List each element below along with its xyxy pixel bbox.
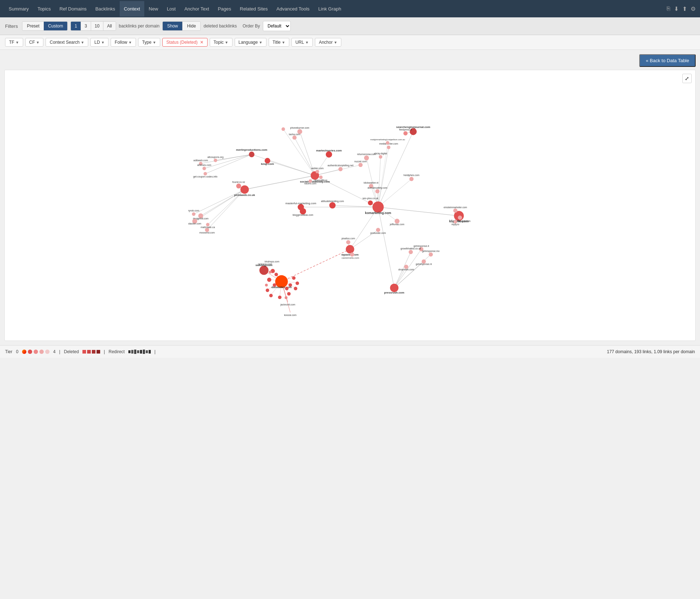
nav-anchor-text[interactable]: Anchor Text xyxy=(180,1,213,17)
svg-text:pickaweb.co.uk: pickaweb.co.uk xyxy=(234,193,255,197)
node-sat-2[interactable] xyxy=(274,273,278,277)
filter-chip-status-deleted-label: Status (Deleted) xyxy=(166,40,198,45)
node-sat-13[interactable] xyxy=(294,287,298,290)
filter-chip-title[interactable]: Title ▼ xyxy=(269,38,289,47)
num-btn-10[interactable]: 10 xyxy=(91,22,103,30)
node-einstein[interactable] xyxy=(453,209,458,213)
node-swkong[interactable] xyxy=(259,266,268,275)
node-lasha[interactable] xyxy=(293,136,297,140)
filter-chip-url[interactable]: URL ▼ xyxy=(291,38,313,47)
node-sat-11[interactable] xyxy=(292,276,296,280)
node-sat-3[interactable] xyxy=(273,283,276,287)
icon-settings[interactable]: ⚙ xyxy=(691,5,696,12)
show-button[interactable]: Show xyxy=(163,22,183,30)
filter-chip-topic[interactable]: Topic ▼ xyxy=(210,38,232,47)
filter-chip-type[interactable]: Type ▼ xyxy=(138,38,160,47)
node-wpastra[interactable] xyxy=(346,245,354,253)
filter-chip-language[interactable]: Language ▼ xyxy=(235,38,266,47)
node-domainsafety[interactable] xyxy=(375,189,380,193)
custom-button[interactable]: Custom xyxy=(44,22,67,30)
num-btn-1[interactable]: 1 xyxy=(71,22,81,30)
filter-chip-context-search[interactable]: Context Search ▼ xyxy=(46,38,88,47)
node-found[interactable] xyxy=(236,184,241,189)
node-sat-7[interactable] xyxy=(287,292,291,296)
node-merlinproductions[interactable] xyxy=(249,151,255,157)
num-btn-all[interactable]: All xyxy=(103,22,115,30)
order-by-select[interactable]: Default xyxy=(263,21,291,31)
node-sat-9[interactable] xyxy=(269,294,273,298)
preset-custom-toggle: Preset Custom xyxy=(22,21,68,31)
filter-chip-follow-arrow: ▼ xyxy=(128,40,132,44)
nav-pages[interactable]: Pages xyxy=(213,1,235,17)
node-allcoupons[interactable] xyxy=(214,159,217,162)
node-sat-10[interactable] xyxy=(266,288,269,292)
nav-related-sites[interactable]: Related Sites xyxy=(235,1,272,17)
node-ryrob[interactable] xyxy=(192,212,196,216)
node-attitude[interactable] xyxy=(329,202,336,208)
node-anamatei[interactable] xyxy=(319,175,323,179)
svg-text:returnonnow.com: returnonnow.com xyxy=(357,153,376,155)
svg-text:reply.io: reply.io xyxy=(452,223,460,226)
num-btn-3[interactable]: 3 xyxy=(81,22,91,30)
node-sat-5[interactable] xyxy=(285,287,289,290)
icon-export[interactable]: ⬆ xyxy=(682,5,687,12)
node-sat-12[interactable] xyxy=(295,282,299,285)
nav-lost[interactable]: Lost xyxy=(162,1,180,17)
deleted-backlinks-label: deleted backlinks xyxy=(204,23,237,29)
filter-chip-ld[interactable]: LD ▼ xyxy=(90,38,108,47)
filter-chip-status-deleted[interactable]: Status (Deleted) ✕ xyxy=(162,38,208,47)
node-seo-plus[interactable] xyxy=(368,200,373,205)
node-getresponse-mx[interactable] xyxy=(429,252,433,257)
filter-chip-tf[interactable]: TF ▼ xyxy=(5,38,23,47)
nav-advanced-tools[interactable]: Advanced Tools xyxy=(272,1,314,17)
node-returnonnow[interactable] xyxy=(364,155,369,161)
node-pickaweb[interactable] xyxy=(240,185,249,194)
pipe-1: | xyxy=(59,349,60,354)
filter-chip-url-arrow: ▼ xyxy=(305,40,309,44)
filter-chip-anchor[interactable]: Anchor ▼ xyxy=(315,38,341,47)
node-athimes[interactable] xyxy=(202,167,206,170)
node-authentic[interactable] xyxy=(338,167,343,171)
filter-chip-status-deleted-close[interactable]: ✕ xyxy=(200,40,204,45)
node-webter[interactable] xyxy=(316,170,319,174)
nav-link-graph[interactable]: Link Graph xyxy=(314,1,346,17)
node-sat-15[interactable] xyxy=(269,271,272,274)
nav-context[interactable]: Context xyxy=(120,1,145,17)
nav-topics[interactable]: Topics xyxy=(33,1,55,17)
icon-copy[interactable]: ⎘ xyxy=(667,5,670,12)
node-chartmogul[interactable] xyxy=(458,215,462,220)
node-sat-8[interactable] xyxy=(278,296,282,299)
nav-backlinks[interactable]: Backlinks xyxy=(91,1,120,17)
nav-ref-domains[interactable]: Ref Domains xyxy=(55,1,91,17)
footer-legend: Tier 0 4 | Deleted | Redirect | 177 doma… xyxy=(0,345,700,358)
node-top-1[interactable] xyxy=(282,127,285,131)
node-sat-6[interactable] xyxy=(289,283,292,287)
node-mediahunter[interactable] xyxy=(387,146,390,149)
svg-text:dropmark.com: dropmark.com xyxy=(398,268,414,271)
node-careernetis[interactable] xyxy=(350,252,354,257)
icon-download[interactable]: ⬇ xyxy=(674,5,679,12)
svg-text:allcoupons.org: allcoupons.org xyxy=(208,156,223,159)
node-nuzzel[interactable] xyxy=(358,163,363,167)
svg-text:getresponse.mx: getresponse.mx xyxy=(422,250,440,253)
number-filter-group: 1 3 10 All xyxy=(71,21,116,31)
preset-button[interactable]: Preset xyxy=(22,22,44,30)
back-to-data-table-button[interactable]: « Back to Data Table xyxy=(639,54,696,67)
node-sat-16[interactable] xyxy=(285,296,287,299)
filter-chip-tf-label: TF xyxy=(9,40,14,45)
filter-chip-follow[interactable]: Follow ▼ xyxy=(111,38,136,47)
node-heidiphes[interactable] xyxy=(409,177,414,181)
node-sat-14[interactable] xyxy=(265,284,268,287)
node-modgin[interactable] xyxy=(386,141,389,145)
nav-new[interactable]: New xyxy=(144,1,162,17)
node-pixallus[interactable] xyxy=(346,240,350,244)
hide-button[interactable]: Hide xyxy=(183,22,200,30)
node-growthhakka[interactable] xyxy=(409,250,413,254)
filter-chip-cf[interactable]: CF ▼ xyxy=(25,38,44,47)
node-feedpress[interactable] xyxy=(404,131,408,136)
node-slicky[interactable] xyxy=(379,155,383,159)
expand-button[interactable]: ⤢ xyxy=(682,74,692,83)
nav-summary[interactable]: Summary xyxy=(4,1,33,17)
node-sat-4[interactable] xyxy=(267,278,272,282)
node-getcoupon[interactable] xyxy=(204,172,207,176)
